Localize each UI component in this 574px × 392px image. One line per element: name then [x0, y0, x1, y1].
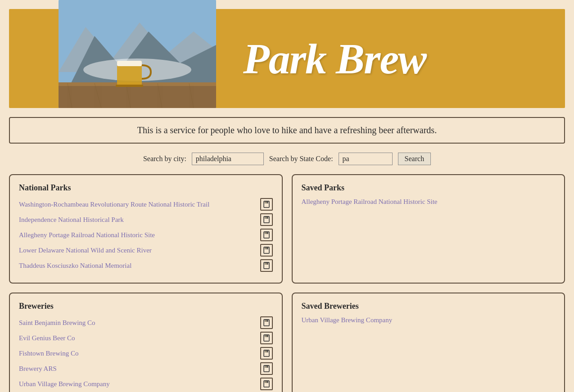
- svg-rect-25: [265, 248, 266, 249]
- park-link[interactable]: Washington-Rochambeau Revolutionary Rout…: [19, 201, 209, 208]
- svg-rect-40: [265, 366, 266, 368]
- brewery-item: Evil Genius Beer Co: [19, 332, 273, 344]
- saved-brewery-item: Urban Village Brewing Company: [302, 316, 556, 324]
- national-parks-title: National Parks: [19, 183, 273, 193]
- saved-park-item: Allegheny Portage Railroad National Hist…: [302, 198, 556, 206]
- svg-rect-30: [265, 320, 268, 322]
- svg-rect-27: [265, 262, 268, 265]
- svg-rect-37: [265, 351, 266, 352]
- svg-rect-13: [116, 85, 143, 87]
- svg-rect-28: [265, 263, 266, 265]
- save-brewery-button[interactable]: [260, 347, 273, 360]
- park-item: Washington-Rochambeau Revolutionary Rout…: [19, 198, 273, 211]
- park-link[interactable]: Thaddeus Kosciuszko National Memorial: [19, 262, 131, 270]
- svg-rect-15: [265, 201, 268, 203]
- brewery-link[interactable]: Brewery ARS: [19, 365, 57, 373]
- parks-grid: National Parks Washington-Rochambeau Rev…: [9, 174, 565, 284]
- app-title: Park Brew: [243, 34, 426, 84]
- park-item: Allegheny Portage Railroad National Hist…: [19, 229, 273, 241]
- svg-rect-24: [265, 247, 268, 249]
- brewery-item: Urban Village Brewing Company: [19, 378, 273, 390]
- svg-rect-31: [265, 320, 266, 322]
- save-brewery-button[interactable]: [260, 332, 273, 344]
- svg-rect-21: [265, 232, 268, 234]
- park-item: Independence National Historical Park: [19, 213, 273, 226]
- city-input[interactable]: [192, 153, 264, 165]
- svg-rect-16: [265, 202, 266, 203]
- svg-rect-12: [117, 61, 142, 66]
- save-park-button[interactable]: [260, 229, 273, 241]
- brewery-link[interactable]: Evil Genius Beer Co: [19, 334, 75, 342]
- brewery-item: Fishtown Brewing Co: [19, 347, 273, 360]
- brewery-link[interactable]: Saint Benjamin Brewing Co: [19, 319, 95, 327]
- breweries-panel: Breweries Saint Benjamin Brewing Co Evil…: [9, 293, 283, 392]
- breweries-grid: Breweries Saint Benjamin Brewing Co Evil…: [9, 293, 565, 392]
- saved-breweries-panel: Saved Breweries Urban Village Brewing Co…: [292, 293, 565, 392]
- breweries-title: Breweries: [19, 302, 273, 311]
- svg-rect-43: [265, 381, 266, 383]
- tagline-box: This is a service for people who love to…: [9, 117, 565, 144]
- svg-rect-4: [59, 83, 216, 108]
- park-item: Lower Delaware National Wild and Scenic …: [19, 244, 273, 257]
- search-button[interactable]: Search: [398, 153, 431, 165]
- saved-breweries-list: Urban Village Brewing Company: [302, 316, 556, 324]
- saved-parks-panel: Saved Parks Allegheny Portage Railroad N…: [292, 174, 565, 284]
- saved-parks-title: Saved Parks: [302, 183, 556, 193]
- saved-park-link[interactable]: Allegheny Portage Railroad National Hist…: [302, 198, 438, 206]
- breweries-list: Saint Benjamin Brewing Co Evil Genius Be…: [19, 316, 273, 390]
- svg-rect-36: [265, 350, 268, 352]
- svg-rect-39: [265, 365, 268, 368]
- tagline-text: This is a service for people who love to…: [17, 125, 557, 135]
- save-park-button[interactable]: [260, 213, 273, 226]
- svg-rect-34: [265, 335, 266, 337]
- save-park-button[interactable]: [260, 259, 273, 272]
- save-brewery-button[interactable]: [260, 378, 273, 390]
- brewery-link[interactable]: Fishtown Brewing Co: [19, 350, 79, 357]
- brewery-item: Saint Benjamin Brewing Co: [19, 316, 273, 329]
- national-parks-panel: National Parks Washington-Rochambeau Rev…: [9, 174, 283, 284]
- brewery-item: Brewery ARS: [19, 362, 273, 375]
- park-link[interactable]: Independence National Historical Park: [19, 216, 124, 224]
- search-row: Search by city: Search by State Code: Se…: [0, 153, 574, 165]
- svg-rect-42: [265, 381, 268, 383]
- state-input[interactable]: [339, 153, 393, 165]
- national-parks-list: Washington-Rochambeau Revolutionary Rout…: [19, 198, 273, 272]
- svg-rect-22: [265, 232, 266, 234]
- svg-rect-18: [265, 216, 268, 219]
- header-banner: Park Brew: [9, 9, 565, 108]
- save-brewery-button[interactable]: [260, 316, 273, 329]
- city-label: Search by city:: [143, 155, 186, 163]
- brewery-link[interactable]: Urban Village Brewing Company: [19, 380, 110, 388]
- save-park-button[interactable]: [260, 198, 273, 211]
- park-link[interactable]: Allegheny Portage Railroad National Hist…: [19, 231, 155, 239]
- saved-breweries-title: Saved Breweries: [302, 302, 556, 311]
- header-image: [59, 0, 216, 108]
- saved-brewery-link[interactable]: Urban Village Brewing Company: [302, 316, 393, 324]
- state-label: Search by State Code:: [269, 155, 333, 163]
- park-item: Thaddeus Kosciuszko National Memorial: [19, 259, 273, 272]
- save-brewery-button[interactable]: [260, 362, 273, 375]
- save-park-button[interactable]: [260, 244, 273, 257]
- svg-rect-19: [265, 217, 266, 219]
- park-link[interactable]: Lower Delaware National Wild and Scenic …: [19, 247, 152, 254]
- svg-rect-33: [265, 335, 268, 337]
- saved-parks-list: Allegheny Portage Railroad National Hist…: [302, 198, 556, 206]
